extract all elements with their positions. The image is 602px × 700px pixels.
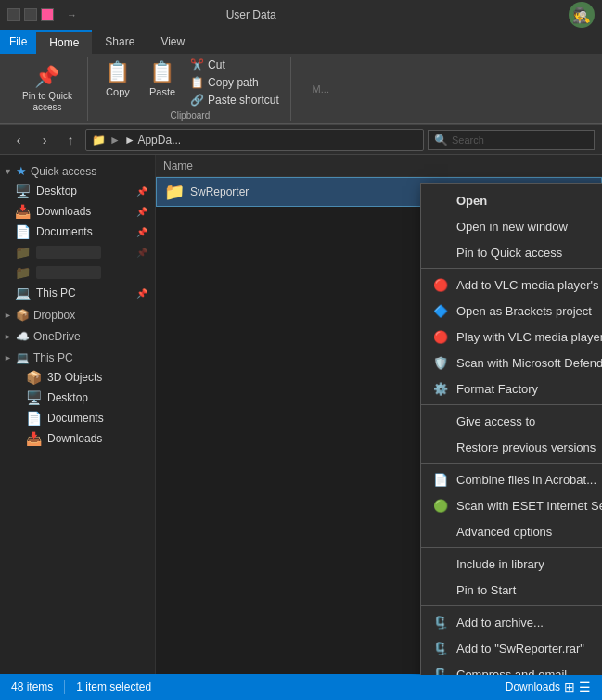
tab-share[interactable]: Share xyxy=(92,30,147,54)
context-menu: Open Open in new window Pin to Quick acc… xyxy=(420,183,602,675)
thispc-section-icon: 💻 xyxy=(16,351,30,364)
pin-indicator-h1: 📌 xyxy=(136,248,147,258)
ctx-compress-email[interactable]: 🗜️ Compress and email... xyxy=(421,661,602,675)
quick-access-arrow: ▼ xyxy=(4,167,12,176)
swreporter-filename: SwReporter xyxy=(190,185,249,198)
pin-indicator-docs: 📌 xyxy=(136,227,147,237)
pin-icon: 📌 xyxy=(34,65,59,89)
sidebar-item-downloads2[interactable]: 📥 Downloads xyxy=(0,428,155,449)
tab-file[interactable]: File xyxy=(0,30,36,54)
ctx-give-access[interactable]: Give access to ► xyxy=(421,408,602,434)
thispc-section-arrow: ► xyxy=(4,353,12,363)
ctx-archive-icon: 🗜️ xyxy=(432,614,449,630)
sidebar-item-hidden1[interactable]: 📁 ████████ 📌 xyxy=(0,242,155,262)
hidden2-icon: 📁 xyxy=(15,265,31,280)
sidebar-item-thispc[interactable]: 💻 This PC 📌 xyxy=(0,283,155,303)
pin-indicator-downloads: 📌 xyxy=(136,207,147,217)
status-path-area: Downloads ⊞ ☰ xyxy=(506,680,591,694)
sidebar-item-downloads[interactable]: 📥 Downloads 📌 xyxy=(0,201,155,222)
ctx-defender-icon: 🛡️ xyxy=(432,354,449,371)
ctx-brackets[interactable]: 🔷 Open as Brackets project xyxy=(421,298,602,324)
quick-access-header[interactable]: ▼ ★ Quick access xyxy=(0,159,155,181)
quick-access-star: ★ xyxy=(16,164,27,178)
sidebar-item-documents2[interactable]: 📄 Documents xyxy=(0,408,155,428)
copy-button[interactable]: 📋 Copy xyxy=(97,57,138,101)
ctx-play-vlc-icon: 🔴 xyxy=(432,328,449,345)
thispc-section-header[interactable]: ► 💻 This PC xyxy=(0,346,155,367)
ctx-advanced-options[interactable]: Advanced options ► xyxy=(421,518,602,544)
onedrive-icon-sidebar: ☁️ xyxy=(16,330,30,343)
desktop2-icon: 🖥️ xyxy=(26,390,42,405)
documents-icon: 📄 xyxy=(15,224,31,239)
selected-count: 1 item selected xyxy=(76,681,151,694)
thispc-icon-sidebar: 💻 xyxy=(15,286,31,300)
ctx-eset-icon: 🟢 xyxy=(432,497,449,514)
search-placeholder: Search xyxy=(452,134,484,146)
ctx-vlc-playlist[interactable]: 🔴 Add to VLC media player's Playlist xyxy=(421,272,602,298)
tab-view[interactable]: View xyxy=(147,30,198,54)
ctx-format-factory-icon: ⚙️ xyxy=(432,380,449,397)
downloads-icon: 📥 xyxy=(15,204,31,219)
ctx-format-factory[interactable]: ⚙️ Format Factory ► xyxy=(421,375,602,401)
ctx-scan-eset[interactable]: 🟢 Scan with ESET Internet Security xyxy=(421,492,602,518)
dropbox-header[interactable]: ► 📦 Dropbox xyxy=(0,303,155,325)
paste-button[interactable]: 📋 Paste xyxy=(142,57,183,101)
ctx-play-vlc[interactable]: 🔴 Play with VLC media player xyxy=(421,324,602,350)
folder-icon-nav: 📁 xyxy=(92,134,106,146)
ctx-swreporter-rar-icon: 🗜️ xyxy=(432,640,449,656)
ctx-combine-acrobat[interactable]: 📄 Combine files in Acrobat... xyxy=(421,466,602,492)
sidebar-item-hidden2[interactable]: 📁 ████████ xyxy=(0,262,155,283)
search-icon: 🔍 xyxy=(434,134,448,146)
main-area: ▼ ★ Quick access 🖥️ Desktop 📌 📥 Download… xyxy=(0,155,602,675)
search-bar[interactable]: 🔍 Search xyxy=(428,130,595,150)
pin-indicator: 📌 xyxy=(136,186,147,197)
minimize-icon[interactable] xyxy=(7,8,20,21)
ctx-open-new-window[interactable]: Open in new window xyxy=(421,213,602,239)
sidebar: ▼ ★ Quick access 🖥️ Desktop 📌 📥 Download… xyxy=(0,155,156,675)
dropbox-arrow: ► xyxy=(4,311,12,320)
ctx-restore-icon xyxy=(432,439,449,455)
ctx-scan-defender[interactable]: 🛡️ Scan with Microsoft Defender... xyxy=(421,350,602,375)
ctx-sep-4 xyxy=(421,547,602,548)
tab-home[interactable]: Home xyxy=(36,30,92,54)
onedrive-header[interactable]: ► ☁️ OneDrive xyxy=(0,325,155,346)
ctx-pin-quick-access[interactable]: Pin to Quick access xyxy=(421,239,602,265)
ctx-add-swreporter-rar[interactable]: 🗜️ Add to "SwReporter.rar" xyxy=(421,635,602,661)
breadcrumb-path: ► AppDa... xyxy=(124,134,181,146)
ctx-library-icon xyxy=(432,555,449,572)
nav-bar: ‹ › ↑ 📁 ► ► AppDa... 🔍 Search xyxy=(0,125,602,155)
sidebar-item-desktop2[interactable]: 🖥️ Desktop xyxy=(0,388,155,408)
sidebar-item-desktop[interactable]: 🖥️ Desktop 📌 xyxy=(0,181,155,201)
sidebar-item-documents[interactable]: 📄 Documents 📌 xyxy=(0,222,155,242)
ribbon-tabs: File Home Share View xyxy=(0,30,602,54)
forward-button[interactable]: › xyxy=(33,129,56,151)
back-button[interactable]: ‹ xyxy=(7,129,30,151)
up-button[interactable]: ↑ xyxy=(59,129,82,151)
ctx-restore-versions[interactable]: Restore previous versions xyxy=(421,434,602,460)
paste-shortcut-button[interactable]: 🔗 Paste shortcut xyxy=(186,92,283,108)
clipboard-buttons: 📋 Copy 📋 Paste ✂️ Cut 📋 Copy pat xyxy=(97,57,283,108)
ctx-add-archive[interactable]: 🗜️ Add to archive... xyxy=(421,609,602,635)
clipboard-small-buttons: ✂️ Cut 📋 Copy path 🔗 Paste shortcut xyxy=(186,57,283,108)
ctx-give-access-icon xyxy=(432,413,449,429)
maximize-icon[interactable] xyxy=(24,8,37,21)
cut-button[interactable]: ✂️ Cut xyxy=(186,57,283,73)
ctx-pin-start[interactable]: Pin to Start xyxy=(421,577,602,603)
paste-shortcut-icon: 🔗 xyxy=(190,94,204,107)
ribbon-content: 📌 Pin to Quickaccess 📋 Copy 📋 Paste xyxy=(0,54,602,124)
ctx-open-icon xyxy=(432,192,449,209)
ctx-open[interactable]: Open xyxy=(421,187,602,213)
swreporter-folder-icon: 📁 xyxy=(164,182,185,202)
item-count: 48 items xyxy=(11,681,53,694)
breadcrumb-bar[interactable]: 📁 ► ► AppDa... xyxy=(85,129,424,151)
sidebar-item-3dobjects[interactable]: 📦 3D Objects xyxy=(0,367,155,388)
ctx-brackets-icon: 🔷 xyxy=(432,302,449,319)
copy-path-button[interactable]: 📋 Copy path xyxy=(186,74,283,91)
close-icon[interactable] xyxy=(41,8,54,21)
breadcrumb-arrow: ► xyxy=(109,134,121,146)
pin-quick-access-button[interactable]: 📌 Pin to Quickaccess xyxy=(15,61,80,117)
desktop-icon: 🖥️ xyxy=(15,184,31,198)
ctx-include-library[interactable]: Include in library ► xyxy=(421,551,602,577)
quick-access-group: 📌 Pin to Quickaccess xyxy=(7,57,88,121)
window-title: User Data xyxy=(226,8,276,21)
